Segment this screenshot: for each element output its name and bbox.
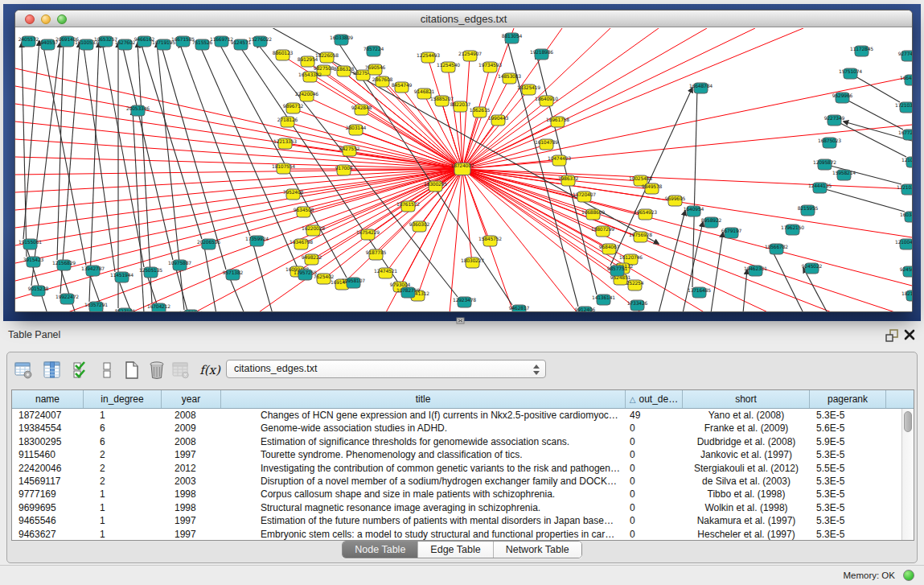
table-row[interactable]: 911546021997Tourette syndrome. Phenomeno…	[12, 448, 914, 461]
graph-node-label: 16648802	[900, 75, 912, 80]
graph-node-label: 12444135	[808, 183, 832, 188]
graph-node-label: 7690546	[365, 64, 386, 70]
table-row[interactable]: 977716911998Corpus callosum shape and si…	[12, 488, 914, 501]
table-row[interactable]: 946362711997Embryonic stem cells: a mode…	[12, 528, 914, 540]
import-table-icon[interactable]	[170, 359, 192, 381]
graph-edge[interactable]	[462, 28, 659, 169]
graph-node-label: 18807299	[591, 226, 614, 232]
column-header-title[interactable]: title	[221, 390, 626, 408]
graph-edge[interactable]	[218, 41, 347, 278]
graph-node-label: 14136141	[592, 295, 615, 300]
column-header-pagerank[interactable]: pagerank	[810, 390, 886, 408]
table-row[interactable]: 1456911722003Disruption of a novel membe…	[12, 475, 914, 488]
table-select-dropdown[interactable]: citations_edges.txt	[226, 360, 546, 378]
float-panel-icon[interactable]	[885, 329, 899, 342]
table-scrollbar-thumb[interactable]	[904, 411, 912, 432]
graph-edge[interactable]	[252, 239, 273, 312]
network-window[interactable]: citations_edges.txt 88601238912954182260…	[14, 10, 913, 312]
column-header-name[interactable]: name	[12, 390, 84, 408]
table-cell: Yano et al. (2008)	[683, 409, 810, 422]
delete-table-icon[interactable]	[146, 359, 168, 381]
column-header-out_de[interactable]: △out_de…	[626, 390, 683, 408]
tab-network-table[interactable]: Network Table	[494, 542, 581, 558]
graph-node-label: 18030227	[461, 257, 484, 263]
graph-node-label: 9187785	[366, 249, 387, 255]
graph-node-label: 9529966	[832, 93, 853, 98]
graph-edge[interactable]	[450, 169, 462, 312]
table-row[interactable]: 946554611997Estimation of the future num…	[12, 514, 914, 527]
network-canvas[interactable]: 8860123891295418226058982750816543382818…	[15, 28, 912, 312]
function-builder-icon[interactable]: f(x)	[199, 359, 221, 381]
table-cell: 2	[84, 475, 162, 488]
close-panel-icon[interactable]	[903, 328, 916, 341]
tab-node-table[interactable]: Node Table	[343, 542, 418, 558]
graph-edge[interactable]	[803, 268, 827, 312]
graph-edge[interactable]	[203, 242, 216, 312]
graph-edge[interactable]	[462, 169, 900, 312]
graph-edge[interactable]	[819, 187, 905, 212]
column-header-year[interactable]: year	[162, 390, 221, 408]
graph-edge[interactable]	[179, 43, 250, 236]
graph-edge[interactable]	[462, 68, 490, 169]
graph-edge[interactable]	[43, 43, 86, 266]
column-header-short[interactable]: short	[683, 390, 810, 408]
node-table-body: 1872400712008Changes of HCN gene express…	[12, 409, 914, 540]
table-row[interactable]: 1938455462009Genome-wide association stu…	[12, 422, 914, 435]
graph-node-label: 252254	[626, 280, 644, 286]
graph-node-label: 13716485	[688, 287, 711, 293]
clear-selection-icon[interactable]	[96, 359, 118, 381]
table-row[interactable]: 2242004622012Investigating the contribut…	[12, 462, 914, 475]
graph-node-label: 18325419	[517, 84, 540, 90]
graph-edge[interactable]	[15, 86, 462, 169]
graph-edge[interactable]	[102, 43, 144, 267]
graph-edge[interactable]	[743, 270, 747, 312]
graph-node-label: 16104789	[535, 139, 558, 145]
network-window-titlebar[interactable]: citations_edges.txt	[15, 10, 912, 27]
table-cell: 14569117	[12, 475, 84, 488]
graph-node-label: 9360302	[409, 221, 430, 227]
table-cell: 5.6E-5	[810, 422, 886, 435]
memory-ok-indicator-icon[interactable]	[903, 570, 914, 581]
table-settings-icon[interactable]	[12, 359, 35, 381]
sort-ascending-icon: △	[630, 395, 636, 404]
graph-node-label: 18640910	[535, 96, 558, 101]
graph-edge[interactable]	[141, 43, 202, 239]
column-header-in_degree[interactable]: in_degree	[84, 390, 162, 408]
graph-node-label: 10357291	[84, 302, 108, 307]
tab-edge-table[interactable]: Edge Table	[418, 542, 493, 558]
graph-edge[interactable]	[842, 97, 903, 130]
graph-edge[interactable]	[121, 41, 173, 260]
table-cell: Investigating the contribution of common…	[221, 462, 626, 475]
column-header-label: out_de…	[639, 393, 679, 405]
table-row[interactable]: 1830029562008Estimation of significance …	[12, 435, 914, 448]
table-cell: Estimation of the future numbers of pati…	[221, 514, 626, 527]
new-table-icon[interactable]	[121, 359, 143, 381]
graph-edge[interactable]	[57, 41, 64, 260]
graph-edge[interactable]	[462, 169, 620, 280]
graph-node-label: 9699695	[665, 196, 686, 201]
graph-edge[interactable]	[83, 41, 115, 272]
graph-edge[interactable]	[462, 125, 912, 169]
select-all-checks-icon[interactable]	[70, 359, 92, 381]
status-bar: Memory: OK	[0, 565, 924, 585]
graph-edge[interactable]	[15, 169, 462, 281]
graph-edge[interactable]	[683, 222, 703, 312]
graph-node-label: 9827508	[314, 65, 335, 71]
table-cell: Tibbo et al. (1998)	[683, 488, 810, 501]
graph-edge[interactable]	[711, 233, 723, 312]
pane-resize-cursor[interactable]	[455, 315, 466, 325]
graph-edge[interactable]	[462, 169, 771, 312]
table-row[interactable]: 969969511998Structural magnetic resonanc…	[12, 501, 914, 514]
graph-edge[interactable]	[659, 211, 685, 312]
table-scrollbar[interactable]	[901, 409, 914, 540]
table-row[interactable]: 1872400712008Changes of HCN gene express…	[12, 409, 914, 422]
select-column-icon[interactable]	[41, 359, 64, 381]
table-cell: Hescheler et al. (1997)	[683, 528, 810, 540]
graph-edge[interactable]	[89, 43, 99, 302]
graph-edge[interactable]	[462, 28, 803, 169]
graph-edge[interactable]	[287, 122, 462, 169]
table-cell: de Silva et al. (2003)	[683, 475, 810, 488]
graph-node-label: 8813054	[502, 33, 523, 39]
table-cell: 1997	[162, 528, 221, 540]
graph-edge[interactable]	[160, 41, 226, 270]
